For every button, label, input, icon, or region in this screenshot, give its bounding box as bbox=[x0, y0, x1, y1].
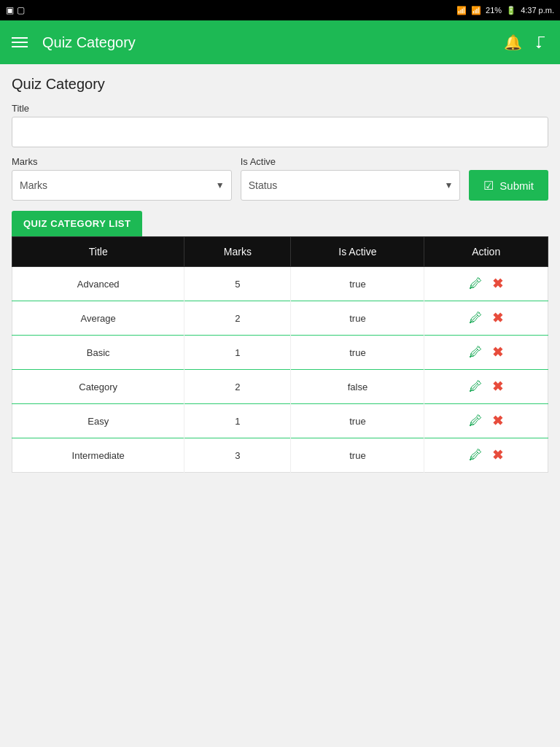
table-row: Advanced5true🖉✖ bbox=[12, 267, 548, 301]
submit-button[interactable]: ☑ Submit bbox=[469, 170, 548, 201]
cell-action: 🖉✖ bbox=[424, 404, 548, 438]
app-bar-title: Quiz Category bbox=[42, 34, 489, 51]
status-bar-left: ▣ ▢ bbox=[6, 5, 25, 15]
action-cell: 🖉✖ bbox=[430, 379, 542, 395]
delete-button[interactable]: ✖ bbox=[492, 379, 503, 395]
edit-button[interactable]: 🖉 bbox=[469, 345, 482, 360]
cell-title: Basic bbox=[12, 336, 184, 370]
action-cell: 🖉✖ bbox=[430, 344, 542, 360]
table-row: Basic1true🖉✖ bbox=[12, 336, 548, 370]
cell-action: 🖉✖ bbox=[424, 370, 548, 404]
col-header-title: Title bbox=[12, 237, 184, 267]
edit-button[interactable]: 🖉 bbox=[469, 311, 482, 326]
cell-marks: 2 bbox=[184, 301, 291, 336]
action-cell: 🖉✖ bbox=[430, 276, 542, 292]
signal-icon: 📶 bbox=[471, 6, 481, 15]
edit-button[interactable]: 🖉 bbox=[469, 276, 482, 292]
col-header-is-active: Is Active bbox=[291, 237, 424, 267]
cell-marks: 2 bbox=[184, 370, 291, 404]
table-header-row: Title Marks Is Active Action bbox=[12, 237, 548, 267]
notification-button[interactable]: 🔔 bbox=[504, 34, 522, 51]
delete-button[interactable]: ✖ bbox=[492, 310, 503, 326]
wifi-icon: 📶 bbox=[456, 6, 467, 15]
marks-select[interactable]: Marks 1 2 3 4 5 bbox=[12, 170, 232, 201]
delete-button[interactable]: ✖ bbox=[492, 447, 503, 463]
cell-title: Easy bbox=[12, 404, 184, 438]
marks-select-wrapper: Marks 1 2 3 4 5 ▼ bbox=[12, 170, 232, 201]
check-icon: ☑ bbox=[483, 179, 494, 193]
edit-button[interactable]: 🖉 bbox=[469, 414, 482, 429]
is-active-group: Is Active Status true false ▼ bbox=[241, 156, 461, 201]
delete-button[interactable]: ✖ bbox=[492, 276, 503, 292]
table-section: QUIZ CATEGORY LIST Title Marks Is Active… bbox=[12, 211, 548, 473]
status-select[interactable]: Status true false bbox=[241, 170, 461, 201]
cell-marks: 1 bbox=[184, 404, 291, 438]
title-field-group: Title bbox=[12, 103, 548, 147]
status-select-wrapper: Status true false ▼ bbox=[241, 170, 461, 201]
category-table: Title Marks Is Active Action Advanced5tr… bbox=[12, 236, 548, 473]
is-active-label: Is Active bbox=[241, 156, 461, 167]
battery-icon: 🔋 bbox=[506, 6, 516, 15]
status-bar-right: 📶 📶 21% 🔋 4:37 p.m. bbox=[456, 6, 554, 15]
marks-group: Marks Marks 1 2 3 4 5 ▼ bbox=[12, 156, 232, 201]
delete-button[interactable]: ✖ bbox=[492, 413, 503, 429]
logout-button[interactable]: ⮦ bbox=[534, 34, 548, 51]
status-bar: ▣ ▢ 📶 📶 21% 🔋 4:37 p.m. bbox=[0, 0, 560, 20]
sim-icon: ▣ bbox=[6, 5, 14, 15]
battery-level: 21% bbox=[486, 6, 502, 15]
col-header-action: Action bbox=[424, 237, 548, 267]
action-cell: 🖉✖ bbox=[430, 447, 542, 463]
title-label: Title bbox=[12, 103, 548, 114]
cell-title: Advanced bbox=[12, 267, 184, 301]
menu-button[interactable] bbox=[12, 37, 28, 47]
delete-button[interactable]: ✖ bbox=[492, 344, 503, 360]
cell-title: Average bbox=[12, 301, 184, 336]
clock: 4:37 p.m. bbox=[521, 6, 554, 15]
cell-action: 🖉✖ bbox=[424, 438, 548, 473]
action-cell: 🖉✖ bbox=[430, 413, 542, 429]
table-body: Advanced5true🖉✖Average2true🖉✖Basic1true🖉… bbox=[12, 267, 548, 473]
table-row: Category2false🖉✖ bbox=[12, 370, 548, 404]
cell-action: 🖉✖ bbox=[424, 267, 548, 301]
cell-is-active: true bbox=[291, 438, 424, 473]
action-cell: 🖉✖ bbox=[430, 310, 542, 326]
marks-label: Marks bbox=[12, 156, 232, 167]
table-header-bar: QUIZ CATEGORY LIST bbox=[12, 211, 142, 236]
cell-is-active: true bbox=[291, 404, 424, 438]
submit-label: Submit bbox=[499, 179, 534, 192]
form-row: Marks Marks 1 2 3 4 5 ▼ Is Active Status… bbox=[12, 156, 548, 201]
cell-marks: 1 bbox=[184, 336, 291, 370]
title-input[interactable] bbox=[12, 117, 548, 147]
cell-title: Intermediate bbox=[12, 438, 184, 473]
edit-button[interactable]: 🖉 bbox=[469, 448, 482, 463]
sim2-icon: ▢ bbox=[17, 5, 25, 15]
cell-title: Category bbox=[12, 370, 184, 404]
edit-button[interactable]: 🖉 bbox=[469, 379, 482, 395]
col-header-marks: Marks bbox=[184, 237, 291, 267]
cell-action: 🖉✖ bbox=[424, 301, 548, 336]
cell-marks: 5 bbox=[184, 267, 291, 301]
table-row: Intermediate3true🖉✖ bbox=[12, 438, 548, 473]
table-row: Easy1true🖉✖ bbox=[12, 404, 548, 438]
table-row: Average2true🖉✖ bbox=[12, 301, 548, 336]
cell-action: 🖉✖ bbox=[424, 336, 548, 370]
cell-marks: 3 bbox=[184, 438, 291, 473]
content-area: Quiz Category Title Marks Marks 1 2 3 4 … bbox=[0, 64, 560, 484]
app-bar-icons: 🔔 ⮦ bbox=[504, 34, 548, 51]
cell-is-active: true bbox=[291, 336, 424, 370]
app-bar: Quiz Category 🔔 ⮦ bbox=[0, 20, 560, 64]
cell-is-active: false bbox=[291, 370, 424, 404]
cell-is-active: true bbox=[291, 301, 424, 336]
cell-is-active: true bbox=[291, 267, 424, 301]
page-title: Quiz Category bbox=[12, 76, 548, 93]
